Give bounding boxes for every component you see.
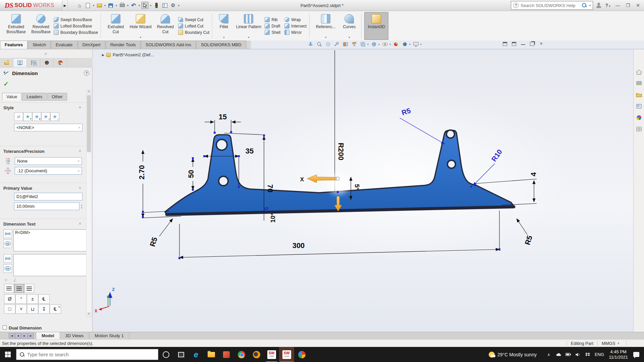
- instant3d-button[interactable]: Instant3D: [364, 12, 388, 40]
- spinner-down-icon[interactable]: ∨: [81, 206, 83, 209]
- tab-model[interactable]: Model: [36, 332, 60, 339]
- help-menu-button[interactable]: ? ▾: [604, 3, 611, 8]
- dimtext-collapse-icon[interactable]: ∧: [79, 222, 81, 225]
- new-caret-icon[interactable]: ▾: [93, 4, 94, 7]
- no-style-button[interactable]: ⇄: [14, 112, 23, 121]
- hole-left-bottom[interactable]: [219, 176, 228, 186]
- lofted-boss-base-button[interactable]: Lofted Boss/Base: [54, 23, 98, 28]
- tab-render-tools[interactable]: Render Tools: [106, 41, 141, 49]
- wrap-button[interactable]: Wrap: [284, 17, 307, 22]
- action-center-icon[interactable]: [633, 352, 639, 357]
- revolved-boss-base-button[interactable]: RevolvedBoss/Base: [29, 12, 53, 40]
- weather-widget[interactable]: 29°C Mostly sunny: [489, 352, 537, 358]
- hole-wizard-button[interactable]: Hole Wizard ▾: [128, 12, 153, 40]
- panel-scrollbar[interactable]: ∧ ∨: [86, 89, 92, 317]
- task-view-button[interactable]: [173, 347, 189, 362]
- linear-pattern-button[interactable]: Linear Pattern ▾: [233, 12, 264, 40]
- hole-wizard-caret-icon[interactable]: ▾: [129, 36, 152, 39]
- draft-button[interactable]: Draft: [265, 23, 280, 28]
- add-style-button[interactable]: ★+: [23, 112, 32, 121]
- home-icon[interactable]: ⌂: [76, 2, 83, 9]
- view-orientation-caret-icon[interactable]: ▾: [367, 43, 369, 46]
- dimension-text-area-2[interactable]: [13, 254, 89, 276]
- doc-restore-icon[interactable]: [530, 42, 534, 46]
- extruded-cut-button[interactable]: ExtrudedCut: [104, 12, 128, 40]
- zoom-to-fit-icon[interactable]: [307, 41, 314, 47]
- diameter-symbol-button[interactable]: Ø: [4, 294, 15, 304]
- apply-scene-caret-icon[interactable]: ▾: [409, 43, 411, 46]
- dimension-15[interactable]: 15: [219, 113, 227, 121]
- dimxpertmanager-tab[interactable]: ⊕: [40, 58, 54, 67]
- tab-solidworks-add-ins[interactable]: SOLIDWORKS Add-Ins: [141, 41, 196, 49]
- solidworks-resources-icon[interactable]: [636, 69, 642, 75]
- propertymanager-tab[interactable]: [13, 58, 27, 67]
- shell-button[interactable]: Shell: [265, 30, 280, 35]
- tray-chevron-up-icon[interactable]: ∧: [546, 352, 551, 357]
- panel-drag-dot[interactable]: [45, 53, 47, 55]
- first-tab-icon[interactable]: |◀: [9, 333, 15, 339]
- section-view-icon[interactable]: [342, 41, 349, 47]
- tab-evaluate[interactable]: Evaluate: [51, 41, 77, 49]
- zoom-to-area-icon[interactable]: [316, 41, 323, 47]
- dimension-selected-5[interactable]: 5: [263, 207, 270, 210]
- minimize-button[interactable]: —: [614, 3, 621, 8]
- open-caret-icon[interactable]: ▾: [104, 4, 106, 7]
- tolerance-collapse-icon[interactable]: ∧: [79, 149, 81, 153]
- edge-app-button[interactable]: e: [189, 347, 204, 362]
- load-style-button[interactable]: ★↓: [50, 112, 59, 121]
- dimension-value-field[interactable]: [14, 202, 79, 210]
- boundary-cut-button[interactable]: Boundary Cut: [178, 30, 209, 35]
- prev-tab-icon[interactable]: ◀: [15, 333, 21, 339]
- centerline-symbol-button[interactable]: ℄: [38, 294, 50, 304]
- dimension-35[interactable]: 35: [246, 147, 254, 155]
- intersect-button[interactable]: Intersect: [284, 23, 307, 28]
- menu-flyout-arrow-icon[interactable]: ▶: [62, 0, 68, 11]
- depth-symbol-button[interactable]: ↧: [38, 304, 50, 314]
- annotation-views-icon[interactable]: A: [351, 41, 358, 47]
- close-button[interactable]: ✕: [635, 3, 641, 8]
- taskbar-search-box[interactable]: [16, 349, 158, 360]
- store-app-button[interactable]: [219, 347, 234, 362]
- scroll-down-icon[interactable]: ∨: [87, 312, 91, 317]
- extruded-boss-base-button[interactable]: ExtrudedBoss/Base: [4, 12, 28, 40]
- scroll-up-icon[interactable]: ∧: [87, 90, 91, 95]
- subtab-other[interactable]: Other: [47, 93, 67, 101]
- model-view[interactable]: 15 35 50 2.70 70 R200 5°: [93, 49, 633, 332]
- battery-icon[interactable]: [566, 352, 571, 357]
- tab-dimxpert[interactable]: DimXpert: [78, 41, 105, 49]
- dimension-text-section-header[interactable]: Dimension Text∧: [0, 219, 93, 228]
- print-icon[interactable]: [118, 2, 126, 9]
- rib-button[interactable]: Rib: [265, 17, 280, 22]
- dimension-50[interactable]: 50: [187, 170, 195, 178]
- units-caret-icon[interactable]: ∧: [617, 342, 620, 345]
- display-style-caret-icon[interactable]: ▾: [378, 43, 380, 46]
- save-icon[interactable]: [107, 2, 114, 9]
- start-button[interactable]: [0, 347, 15, 362]
- taskbar-clock[interactable]: 4:45 PM 11/1/2021: [609, 349, 628, 360]
- dual-dimension-checkbox[interactable]: Dual Dimension: [3, 325, 42, 331]
- dimension-name-field[interactable]: [14, 193, 83, 200]
- swept-cut-button[interactable]: Swept Cut: [178, 17, 209, 22]
- doc-tab1-icon[interactable]: [503, 42, 507, 46]
- custom-properties-icon[interactable]: [636, 126, 642, 132]
- undo-caret-icon[interactable]: ▾: [139, 4, 140, 7]
- select-caret-icon[interactable]: ▾: [150, 4, 151, 7]
- apply-scene-icon[interactable]: [401, 41, 408, 47]
- edit-appearance-icon[interactable]: [393, 41, 399, 47]
- fillet-button[interactable]: Fillet ▾: [215, 12, 232, 40]
- settings-gear-icon[interactable]: ⚙: [169, 2, 177, 9]
- previous-view-icon[interactable]: [333, 41, 340, 47]
- inspection-dimension-button-2[interactable]: xx: [3, 264, 12, 273]
- dimension-r200[interactable]: R200: [337, 143, 345, 161]
- open-icon[interactable]: [96, 2, 103, 9]
- primary-collapse-icon[interactable]: ∧: [79, 186, 81, 189]
- photos-app-button[interactable]: [294, 347, 309, 362]
- dimension-text-area-1[interactable]: R<DIM>: [13, 229, 89, 251]
- tab-motion-study-1[interactable]: Motion Study 1: [89, 332, 129, 339]
- dimension-r5-top[interactable]: R5: [400, 107, 412, 117]
- dimension-10deg[interactable]: 10°: [269, 213, 276, 223]
- onedrive-cloud-icon[interactable]: [556, 352, 561, 357]
- volume-icon[interactable]: [575, 352, 581, 357]
- help-search-input[interactable]: [521, 3, 580, 8]
- design-library-icon[interactable]: [636, 80, 642, 87]
